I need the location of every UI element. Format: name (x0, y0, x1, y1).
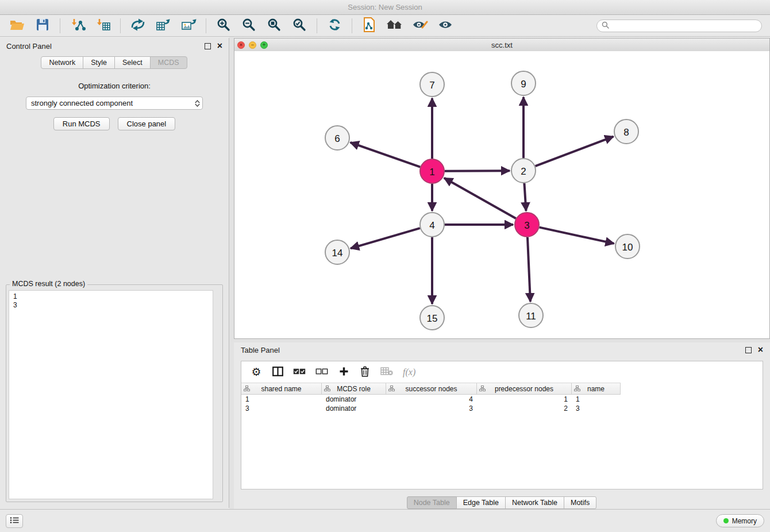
zoom-in-button[interactable] (212, 17, 235, 35)
function-builder-button[interactable]: f(x) (403, 365, 415, 379)
tab-edge-table[interactable]: Edge Table (456, 496, 506, 509)
close-panel-button[interactable]: Close panel (118, 117, 176, 130)
float-table-panel-icon[interactable] (745, 347, 752, 353)
graph-edge-1-6[interactable] (351, 142, 421, 167)
import-table-button[interactable] (91, 17, 114, 35)
tab-mcds[interactable]: MCDS (150, 56, 187, 69)
save-session-button[interactable] (31, 17, 54, 35)
close-window-icon[interactable]: × (237, 41, 245, 49)
import-network-button[interactable] (66, 17, 89, 35)
maximize-window-icon[interactable]: + (260, 41, 268, 49)
graph-edge-3-11[interactable] (528, 237, 530, 302)
graph-node-15[interactable]: 15 (420, 306, 444, 330)
table-row[interactable]: 1dominator411 (241, 395, 621, 404)
delete-column-button[interactable] (359, 365, 371, 379)
close-panel-icon[interactable]: × (217, 41, 222, 51)
attribute-icon (388, 385, 395, 391)
image-arrow-icon (181, 18, 197, 33)
table-cell[interactable]: 3 (572, 404, 621, 413)
run-mcds-button[interactable]: Run MCDS (53, 117, 110, 130)
graph-node-9[interactable]: 9 (511, 71, 536, 95)
table-cell[interactable]: 3 (241, 404, 322, 413)
float-panel-icon[interactable] (205, 43, 211, 49)
zoom-selected-button[interactable] (288, 17, 311, 35)
graph-node-4[interactable]: 4 (420, 213, 444, 237)
document-network-icon (363, 17, 376, 34)
graph-edge-2-8[interactable] (536, 137, 614, 167)
graph-node-10[interactable]: 10 (615, 234, 640, 259)
toolbar-separator (352, 18, 352, 33)
tab-select[interactable]: Select (114, 56, 151, 69)
graph-node-1[interactable]: 1 (420, 159, 444, 183)
select-all-columns-button[interactable] (293, 365, 306, 379)
table-cell[interactable]: 2 (477, 404, 572, 413)
tab-node-table[interactable]: Node Table (407, 496, 457, 509)
vertical-splitter[interactable] (229, 37, 234, 509)
network-canvas[interactable]: 7968124314101511 (234, 51, 769, 338)
export-image-button[interactable] (177, 17, 200, 35)
window-title: Session: New Session (348, 3, 422, 11)
tab-style[interactable]: Style (83, 56, 115, 69)
tab-network[interactable]: Network (41, 56, 83, 69)
table-cell[interactable]: 3 (386, 404, 477, 413)
table-settings-button[interactable]: ⚙ (251, 365, 262, 379)
table-cell[interactable]: 1 (477, 395, 572, 403)
control-panel: Control Panel × NetworkStyleSelectMCDS O… (0, 38, 229, 508)
curved-arrows-button[interactable] (126, 17, 149, 35)
zoom-selected-icon (292, 18, 306, 33)
graph-edge-3-10[interactable] (539, 228, 614, 244)
graph-node-14[interactable]: 14 (325, 240, 349, 264)
task-history-button[interactable] (6, 514, 23, 528)
tab-network-table[interactable]: Network Table (505, 496, 564, 509)
deselect-all-columns-button[interactable] (315, 365, 328, 379)
create-column-button[interactable] (338, 365, 349, 379)
graph-node-2[interactable]: 2 (511, 159, 536, 183)
optimization-criterion-select[interactable]: strongly connected component (26, 97, 203, 110)
graph-node-8[interactable]: 8 (614, 119, 638, 144)
minimize-window-icon[interactable]: − (249, 41, 256, 49)
graph-edge-3-1[interactable] (444, 178, 516, 218)
graph-edge-1-2[interactable] (445, 171, 510, 171)
graph-node-6[interactable]: 6 (325, 126, 349, 150)
table-cell[interactable]: dominator (322, 404, 386, 413)
zoom-fit-button[interactable] (263, 17, 286, 35)
graph-edge-2-3[interactable] (524, 183, 526, 211)
tab-motifs[interactable]: Motifs (564, 496, 596, 509)
mcds-result-list[interactable]: 13 (9, 290, 213, 499)
table-cell[interactable]: 1 (572, 395, 621, 403)
close-table-panel-icon[interactable]: × (758, 345, 763, 354)
graph-node-7[interactable]: 7 (420, 72, 444, 97)
attribute-icon (479, 385, 486, 391)
mcds-result-item[interactable]: 3 (13, 301, 209, 310)
network-window-titlebar[interactable]: × − + scc.txt (234, 38, 769, 52)
search-input[interactable] (612, 21, 757, 30)
attribute-icon (324, 385, 330, 391)
column-header-name[interactable]: name (572, 383, 621, 394)
export-table-button[interactable] (152, 17, 175, 35)
column-header-predecessor-nodes[interactable]: predecessor nodes (477, 383, 572, 394)
houses-button[interactable] (383, 17, 406, 35)
graph-node-11[interactable]: 11 (519, 303, 543, 327)
search-box[interactable] (596, 20, 762, 32)
graph-node-3[interactable]: 3 (515, 213, 539, 237)
refresh-icon (328, 18, 342, 33)
open-session-button[interactable] (6, 17, 29, 35)
list-icon (10, 516, 19, 526)
column-header-successor-nodes[interactable]: successor nodes (386, 383, 477, 394)
eye-icon (437, 18, 453, 33)
eye-brush-button[interactable] (409, 17, 432, 35)
zoom-out-button[interactable] (237, 17, 260, 35)
document-network-button[interactable] (358, 17, 381, 35)
eye-button[interactable] (434, 17, 457, 35)
show-columns-button[interactable] (272, 365, 283, 379)
table-cell[interactable]: 1 (241, 395, 322, 403)
refresh-button[interactable] (323, 17, 346, 35)
table-cell[interactable]: dominator (322, 395, 386, 403)
table-cell[interactable]: 4 (386, 395, 477, 403)
mcds-result-item[interactable]: 1 (13, 292, 209, 301)
memory-button[interactable]: Memory (716, 514, 764, 527)
table-row[interactable]: 3dominator323 (241, 404, 621, 413)
column-header-shared-name[interactable]: shared name (241, 383, 322, 394)
column-header-mcds-role[interactable]: MCDS role (322, 383, 386, 394)
graph-edge-4-14[interactable] (351, 228, 420, 248)
